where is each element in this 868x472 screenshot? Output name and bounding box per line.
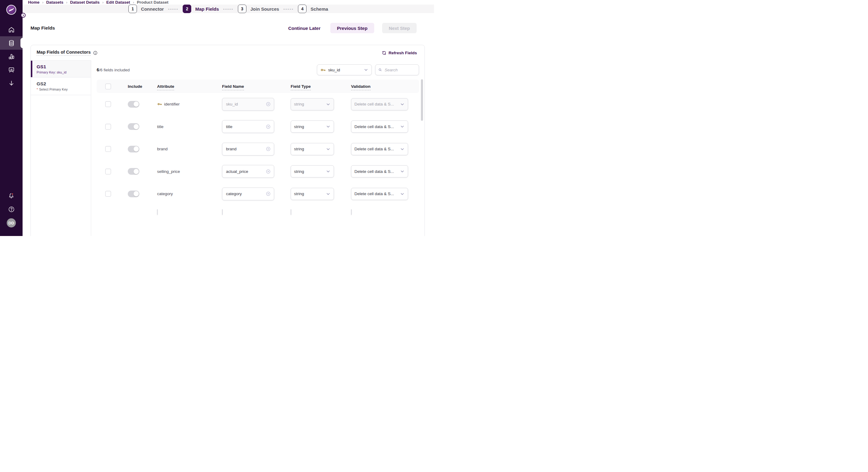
field-name-input[interactable] [225, 101, 266, 107]
search-box [375, 64, 419, 75]
validation-select[interactable]: Delete cell data & S... [351, 165, 408, 178]
include-toggle[interactable] [128, 191, 140, 197]
page-content: Map Fields Continue Later Previous Step … [23, 13, 434, 236]
card-title: Map Fields of Connectors [37, 50, 91, 56]
chevron-right-icon [22, 14, 25, 17]
chevron-down-icon [326, 124, 331, 129]
row-checkbox[interactable] [105, 146, 111, 152]
partial-input[interactable] [291, 209, 291, 215]
sidebar-item-analytics[interactable] [0, 50, 23, 63]
notifications-button[interactable] [0, 189, 23, 202]
tab-subtitle: Primary Key: sku_id [37, 70, 91, 74]
table-row: brand string Delete cell data & S... [97, 138, 419, 160]
sidebar-item-download[interactable] [0, 76, 23, 90]
clear-field-button[interactable] [266, 124, 271, 129]
breadcrumb-link-dataset-details[interactable]: Dataset Details [70, 0, 100, 5]
step-map-fields[interactable]: 2 Map Fields [183, 5, 219, 13]
sidebar-item-datasets[interactable] [0, 36, 23, 50]
database-icon [8, 40, 15, 46]
field-name-input[interactable] [225, 169, 266, 174]
select-all-checkbox[interactable] [105, 84, 111, 89]
field-name-input[interactable] [225, 191, 266, 196]
primary-key-dropdown[interactable]: sku_id [317, 64, 372, 75]
sidebar-item-home[interactable] [0, 23, 23, 36]
validation-select[interactable]: Delete cell data & S... [351, 120, 408, 133]
breadcrumb-link-datasets[interactable]: Datasets [46, 0, 63, 5]
user-avatar[interactable]: DD [7, 218, 16, 227]
row-checkbox[interactable] [105, 101, 111, 107]
breadcrumb-separator: › [42, 0, 43, 5]
include-toggle[interactable] [128, 101, 140, 107]
search-input[interactable] [384, 67, 416, 72]
previous-step-button[interactable]: Previous Step [330, 23, 374, 33]
step-number: 2 [183, 5, 191, 13]
partial-input[interactable] [351, 209, 352, 215]
breadcrumb-separator: › [102, 0, 104, 5]
column-header-field-type: Field Type [291, 84, 351, 89]
field-name-input[interactable] [225, 124, 266, 129]
clear-field-button[interactable] [266, 169, 271, 174]
next-step-button[interactable]: Next Step [382, 23, 416, 33]
tab-name: GS2 [37, 81, 91, 87]
field-name-input-wrap [222, 98, 274, 111]
app-logo[interactable] [6, 5, 17, 15]
clear-field-button[interactable] [266, 146, 271, 152]
validation-select[interactable]: Delete cell data & S... [351, 98, 408, 111]
column-header-attribute: Attribute [149, 84, 222, 89]
field-name-input-wrap [222, 143, 274, 156]
step-join-sources[interactable]: 3 Join Sources [238, 5, 279, 13]
info-button[interactable] [93, 51, 98, 55]
field-type-select[interactable]: string [291, 188, 334, 200]
app-root: DD Home › Datasets › Dataset Details › E… [0, 0, 434, 236]
field-type-select[interactable]: string [291, 98, 334, 111]
include-toggle[interactable] [128, 123, 140, 130]
breadcrumb-link-edit-dataset[interactable]: Edit Dataset [106, 0, 130, 5]
sidebar-expand-button[interactable] [21, 13, 26, 18]
field-type-select[interactable]: string [291, 143, 334, 155]
tab-gs2[interactable]: GS2 *Select Primary Key [31, 77, 91, 95]
row-checkbox[interactable] [105, 124, 111, 130]
continue-later-button[interactable]: Continue Later [286, 25, 322, 31]
row-checkbox[interactable] [105, 168, 111, 175]
partial-input[interactable] [157, 209, 158, 215]
vertical-scrollbar-thumb[interactable] [421, 79, 423, 121]
page-header: Map Fields Continue Later Previous Step … [31, 23, 425, 33]
attribute-cell: brand [149, 147, 222, 151]
validation-select[interactable]: Delete cell data & S... [351, 143, 408, 155]
clear-icon [266, 191, 271, 196]
chevron-down-icon [400, 169, 405, 174]
breadcrumb-separator: › [66, 0, 67, 5]
card-body: GS1 Primary Key: sku_id GS2 *Select Prim… [31, 60, 425, 236]
column-header-validation: Validation [351, 84, 408, 89]
table-header-row: Include Attribute Field Name Field Type … [97, 80, 419, 93]
field-type-select[interactable]: string [291, 165, 334, 178]
attribute-cell: title [149, 124, 222, 129]
step-number: 1 [128, 5, 137, 13]
step-connector[interactable]: 1 Connector [128, 5, 164, 13]
field-name-input-wrap [222, 165, 274, 178]
breadcrumb-link-home[interactable]: Home [28, 0, 40, 5]
step-connector-dash: ----- [283, 7, 294, 11]
row-checkbox[interactable] [105, 191, 111, 197]
chevron-down-icon [326, 169, 331, 174]
field-name-input[interactable] [225, 146, 266, 152]
validation-select[interactable]: Delete cell data & S... [351, 188, 408, 200]
include-toggle[interactable] [128, 168, 140, 175]
sidebar-item-presentation[interactable] [0, 63, 23, 76]
partial-input[interactable] [222, 209, 223, 215]
help-button[interactable] [0, 202, 23, 216]
presentation-board-icon [8, 66, 15, 73]
clear-field-button[interactable] [266, 101, 271, 107]
step-label: Map Fields [195, 6, 219, 11]
toggle-knob [133, 124, 139, 129]
refresh-fields-button[interactable]: Refresh Fields [380, 50, 419, 56]
question-mark-icon [8, 206, 15, 213]
chevron-down-icon [326, 147, 331, 152]
field-type-select[interactable]: string [291, 120, 334, 133]
clear-field-button[interactable] [266, 191, 271, 196]
step-schema[interactable]: 4 Schema [298, 5, 328, 13]
chevron-down-icon [400, 102, 405, 107]
toggle-knob [133, 169, 139, 174]
include-toggle[interactable] [128, 146, 140, 153]
tab-gs1[interactable]: GS1 Primary Key: sku_id [31, 60, 91, 77]
